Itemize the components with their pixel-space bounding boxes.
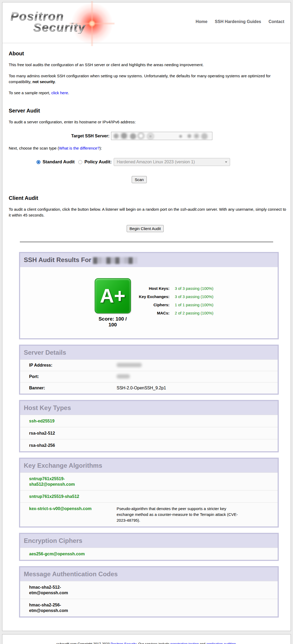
chevron-down-icon bbox=[225, 161, 227, 163]
penetration-testing-link[interactable]: penetration testing bbox=[170, 642, 199, 644]
sample-report-link[interactable]: click here bbox=[51, 91, 68, 95]
detail-row-banner: Banner: SSH-2.0-OpenSSH_9.2p1 bbox=[20, 382, 278, 394]
server-audit-heading: Server Audit bbox=[9, 107, 286, 114]
footer-and-text: and bbox=[199, 642, 206, 644]
key-exchange-panel: Key Exchange Algorithms sntrup761x25519-… bbox=[19, 458, 279, 528]
kex-note bbox=[117, 476, 244, 487]
footer-copyright-text: Copyright 2017-2023 bbox=[77, 642, 111, 644]
application-auditing-link[interactable]: application auditing bbox=[206, 642, 236, 644]
scan-type-radio-row: Standard Audit Policy Audit: Hardened Am… bbox=[36, 158, 286, 166]
host-key-name: rsa-sha2-256 bbox=[29, 443, 55, 448]
nav-ssh-hardening-guides[interactable]: SSH Hardening Guides bbox=[215, 19, 261, 24]
kex-row: kex-strict-s-v00@openssh.com Pseudo-algo… bbox=[20, 502, 278, 526]
server-details-header: Server Details bbox=[20, 346, 278, 359]
encryption-ciphers-header: Encryption Ciphers bbox=[20, 534, 278, 548]
footer-services-text: . Our services include bbox=[136, 642, 171, 644]
mac-name: hmac-sha2-512- etm@openssh.com bbox=[29, 584, 68, 596]
redacted-input-value bbox=[111, 132, 212, 140]
detail-row-ip: IP Address: bbox=[20, 359, 278, 371]
kex-note bbox=[117, 494, 244, 499]
client-audit-domain: ssh-audit.com bbox=[180, 207, 205, 211]
about-p2-bold: not security bbox=[33, 79, 55, 84]
section-divider bbox=[20, 242, 273, 242]
stat-label: MACs: bbox=[131, 309, 170, 317]
target-ssh-server-label: Target SSH Server: bbox=[7, 134, 109, 138]
scan-button[interactable]: Scan bbox=[132, 176, 146, 183]
stat-value: 2 of 2 passing (100%) bbox=[170, 309, 213, 317]
kex-row: sntrup761x25519-sha512 bbox=[20, 490, 278, 502]
nav-contact[interactable]: Contact bbox=[268, 19, 284, 24]
kex-name: sntrup761x25519- sha512@openssh.com bbox=[29, 476, 75, 487]
client-audit-paragraph: To audit a client configuration, click t… bbox=[9, 206, 286, 218]
standard-audit-label[interactable]: Standard Audit bbox=[43, 159, 75, 165]
grade-column: A+ Score: 100 / 100 bbox=[94, 278, 131, 328]
host-key-types-header: Host Key Types bbox=[20, 401, 278, 415]
host-key-row: rsa-sha2-512 bbox=[20, 427, 278, 439]
positron-security-link[interactable]: Positron Security bbox=[111, 642, 136, 644]
begin-client-audit-row: Begin Client Audit bbox=[7, 225, 284, 232]
scan-type-difference-link[interactable]: What is the difference? bbox=[59, 146, 99, 150]
about-p3-period: . bbox=[68, 91, 69, 95]
results-body: A+ Score: 100 / 100 Host Keys: 3 of 3 pa… bbox=[20, 267, 278, 338]
cipher-name: aes256-gcm@openssh.com bbox=[29, 551, 85, 557]
macs-header: Message Authentication Codes bbox=[20, 567, 278, 581]
policy-audit-radio[interactable] bbox=[78, 160, 82, 164]
host-key-types-panel: Host Key Types ssh-ed25519 rsa-sha2-512 … bbox=[19, 400, 279, 452]
stat-value: 1 of 1 passing (100%) bbox=[170, 301, 213, 309]
stat-value: 3 of 3 passing (100%) bbox=[170, 292, 213, 301]
score-text: Score: 100 / 100 bbox=[94, 316, 131, 328]
about-paragraph-2: Too many admins overlook SSH configurati… bbox=[9, 73, 286, 85]
grade-letter: A+ bbox=[100, 286, 126, 306]
stat-label: Host Keys: bbox=[131, 284, 170, 292]
host-key-name: rsa-sha2-512 bbox=[29, 430, 55, 436]
footer-line-1: sshaudit.com Copyright 2017-2023 Positro… bbox=[2, 642, 291, 644]
site-header: Positron Security Home SSH Hardening Gui… bbox=[2, 2, 291, 43]
scan-type-text: Next, choose the scan type ( bbox=[9, 146, 59, 150]
main-content-card: Positron Security Home SSH Hardening Gui… bbox=[2, 2, 291, 631]
kex-note: Pseudo-algorithm that denotes the peer s… bbox=[117, 506, 244, 523]
detail-row-port: Port: bbox=[20, 371, 278, 382]
redacted-ip-value bbox=[117, 363, 142, 367]
nav-home[interactable]: Home bbox=[196, 19, 207, 24]
host-key-row: ssh-ed25519 bbox=[20, 415, 278, 427]
redacted-port-value bbox=[117, 374, 130, 379]
encryption-ciphers-panel: Encryption Ciphers aes256-gcm@openssh.co… bbox=[19, 533, 279, 561]
results-title: SSH Audit Results For bbox=[24, 256, 93, 263]
target-ssh-server-input[interactable] bbox=[111, 132, 212, 140]
stat-label: Key Exchanges: bbox=[131, 292, 170, 301]
macs-panel: Message Authentication Codes hmac-sha2-5… bbox=[19, 566, 279, 618]
port-label: Port: bbox=[29, 374, 117, 379]
client-audit-text: To audit a client configuration, click t… bbox=[9, 207, 180, 211]
about-p2-period: . bbox=[55, 79, 56, 84]
client-audit-heading: Client Audit bbox=[9, 195, 286, 201]
stat-row-host-keys: Host Keys: 3 of 3 passing (100%) bbox=[131, 284, 213, 292]
ip-address-label: IP Address: bbox=[29, 363, 117, 368]
redacted-hostname: ▓▒░▓▒▓░▒▓░ bbox=[93, 257, 138, 263]
footer: sshaudit.com Copyright 2017-2023 Positro… bbox=[2, 634, 291, 644]
grade-badge: A+ bbox=[95, 278, 131, 313]
kex-name: kex-strict-s-v00@openssh.com bbox=[29, 506, 91, 511]
stat-row-macs: MACs: 2 of 2 passing (100%) bbox=[131, 309, 213, 317]
cipher-row: aes256-gcm@openssh.com bbox=[20, 548, 278, 560]
about-heading: About bbox=[9, 50, 286, 57]
server-audit-intro: To audit a server configuration, enter i… bbox=[9, 119, 286, 125]
policy-select[interactable]: Hardened Amazon Linux 2023 (version 1) bbox=[114, 158, 230, 166]
host-key-name: ssh-ed25519 bbox=[29, 418, 54, 424]
mac-row: hmac-sha2-512- etm@openssh.com bbox=[20, 581, 278, 599]
begin-client-audit-button[interactable]: Begin Client Audit bbox=[127, 225, 164, 232]
policy-audit-label[interactable]: Policy Audit: bbox=[84, 159, 112, 165]
footer-period: . bbox=[236, 642, 237, 644]
kex-name: sntrup761x25519-sha512 bbox=[29, 494, 79, 499]
stat-row-ciphers: Ciphers: 1 of 1 passing (100%) bbox=[131, 301, 213, 309]
footer-site-name: sshaudit.com bbox=[56, 642, 77, 644]
logo-word-security: Security bbox=[33, 21, 85, 33]
mac-name: hmac-sha2-256- etm@openssh.com bbox=[29, 602, 68, 613]
mac-row: hmac-sha2-256- etm@openssh.com bbox=[20, 599, 278, 616]
scan-type-line: Next, choose the scan type (What is the … bbox=[9, 145, 286, 151]
standard-audit-radio[interactable] bbox=[36, 160, 40, 164]
banner-label: Banner: bbox=[29, 386, 117, 390]
stat-value: 3 of 3 passing (100%) bbox=[170, 284, 213, 292]
positron-security-logo[interactable]: Positron Security bbox=[7, 4, 120, 41]
ssh-audit-results-panel: SSH Audit Results For ▓▒░▓▒▓░▒▓░ A+ Scor… bbox=[19, 252, 279, 339]
banner-value: SSH-2.0-OpenSSH_9.2p1 bbox=[117, 386, 166, 390]
